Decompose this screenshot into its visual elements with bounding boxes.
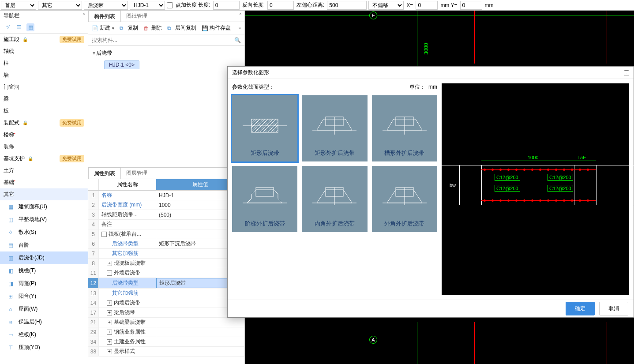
shape-tile[interactable]: 矩形后浇带 [232, 95, 297, 161]
nav-sub-item[interactable]: ◊散水(S) [0, 226, 88, 239]
shape-tile[interactable]: 阶梯外扩后浇带 [232, 166, 297, 232]
nav-item[interactable]: 柱 [0, 57, 88, 69]
ok-button[interactable]: 确定 [566, 302, 595, 315]
nav-item[interactable]: 板 [0, 105, 88, 117]
nav-sub-item[interactable]: ▤台阶 [0, 239, 88, 251]
length-input[interactable] [213, 1, 240, 10]
add-icon[interactable]: ⁺⁄ [4, 23, 11, 31]
list-icon[interactable]: ☰ [15, 23, 23, 31]
nav-item[interactable]: 基坑支护 🔒免费试用 [0, 153, 88, 165]
sub-item-icon: ▦ [7, 203, 14, 210]
search-input[interactable] [92, 37, 232, 43]
tab-drawing-mgmt[interactable]: 图纸管理 [121, 11, 153, 22]
prop-row[interactable]: 11−外墙后浇带 [88, 268, 244, 278]
component-select[interactable]: 后浇带 [84, 1, 128, 10]
prop-header: 属性名称 属性值 [88, 179, 244, 191]
nav-sub-item[interactable]: ▥后浇带(JD) [0, 251, 88, 264]
search-icon[interactable]: 🔍 [234, 37, 241, 43]
prop-row[interactable]: 13其它加强筋 [88, 289, 244, 298]
prop-row[interactable]: 1名称HJD-1 [88, 191, 244, 200]
dialog-footer: 确定 取消 [228, 300, 634, 317]
nav-sub-item[interactable]: ▦建筑面积(U) [0, 200, 88, 213]
prop-row[interactable]: 21+基础梁后浇带 [88, 318, 244, 327]
nav-item[interactable]: 梁 [0, 93, 88, 105]
prop-row[interactable]: 5−筏板(桩承台... [88, 229, 244, 239]
tree-leaf[interactable]: HJD-1 <0> [104, 60, 139, 69]
copy-button[interactable]: ⧉复制 [120, 24, 138, 32]
nav-sub-item[interactable]: ▭栏板(K) [0, 328, 88, 341]
layer-copy-button[interactable]: ⧉层间复制 [167, 24, 196, 32]
nav-sub-item[interactable]: ⊤压顶(YD) [0, 341, 88, 354]
sub-item-icon: ▥ [7, 255, 14, 262]
prop-row[interactable]: 3轴线距后浇带...(500) [88, 210, 244, 220]
nav-item[interactable]: 其它 [0, 188, 88, 200]
tab-layer-mgmt[interactable]: 图层管理 [121, 168, 153, 179]
offset-mode-select[interactable]: 不偏移 [368, 1, 404, 10]
prop-row[interactable]: 8+现浇板后浇带 [88, 259, 244, 268]
nav-tools: ⁺⁄ ☰ ▦ [0, 21, 88, 34]
shape-dialog: 选择参数化图形 □ 参数化截面类型： 单位： mm 矩形后浇带矩形外扩后浇带槽形… [227, 66, 634, 318]
section-type-label: 参数化截面类型： [232, 83, 274, 91]
nav-item[interactable]: 墙 [0, 69, 88, 81]
prop-row[interactable]: 29+钢筋业务属性 [88, 327, 244, 337]
nav-item[interactable]: 土方 [0, 165, 88, 176]
nav-sub-item[interactable]: ⊞阳台(Y) [0, 290, 88, 303]
prop-row[interactable]: 38+显示样式 [88, 347, 244, 356]
sub-item-icon: ≋ [7, 319, 14, 326]
reverse-label: 反向长度: [241, 1, 266, 9]
new-button[interactable]: 📄新建▾ [92, 24, 114, 32]
sub-item-icon: ⌂ [7, 306, 14, 313]
instance-select[interactable]: HJD-1 [130, 1, 165, 10]
shape-tile[interactable]: 内角外扩后浇带 [302, 166, 367, 232]
nav-item[interactable]: 装修 [0, 141, 88, 153]
property-table: 属性名称 属性值 1名称HJD-12后浇带宽度 (mm)10003轴线距后浇带.… [88, 179, 244, 364]
grid-icon[interactable]: ▦ [26, 23, 34, 31]
comp-toolbar: 📄新建▾ ⧉复制 🗑删除 ⧉层间复制 💾构件存盘 » [88, 22, 244, 34]
prop-row[interactable]: 4备注 [88, 220, 244, 229]
tab-property-list[interactable]: 属性列表 [88, 168, 121, 179]
shape-tile[interactable]: 外角外扩后浇带 [372, 166, 437, 232]
x-input[interactable] [416, 1, 438, 10]
nav-sub-item[interactable]: ⌂屋面(W) [0, 303, 88, 315]
nav-item[interactable]: 基础• [0, 176, 88, 188]
top-toolbar: 首层 其它 后浇带 HJD-1 点加长度 长度: 反向长度: 左偏心距离: 不偏… [0, 0, 634, 11]
prop-row[interactable]: 2后浇带宽度 (mm)1000 [88, 200, 244, 210]
preview-lae: LaE [578, 155, 586, 160]
nav-item[interactable]: 门窗洞 [0, 81, 88, 93]
prop-row[interactable]: 14+内墙后浇带 [88, 298, 244, 308]
sub-item-icon: ◫ [7, 216, 14, 223]
prop-row[interactable]: 7其它加强筋 [88, 249, 244, 259]
shape-tile[interactable]: 矩形外扩后浇带 [302, 95, 367, 161]
prop-row[interactable]: 6后浇带类型矩形下沉后浇带 [88, 239, 244, 249]
floor-select[interactable]: 首层 [1, 1, 36, 10]
nav-sub-item[interactable]: ◨雨蓬(P) [0, 277, 88, 290]
nav-sub-item[interactable]: ◫平整场地(V) [0, 213, 88, 226]
y-input[interactable] [460, 1, 482, 10]
reverse-input[interactable] [267, 1, 294, 10]
dialog-close-icon[interactable]: □ [624, 70, 629, 75]
nav-close-icon[interactable]: × [81, 11, 87, 18]
delete-button[interactable]: 🗑删除 [143, 24, 162, 32]
prop-row[interactable]: 34+土建业务属性 [88, 337, 244, 347]
cancel-button[interactable]: 取消 [599, 302, 628, 315]
nav-sub-item[interactable]: ◧挑檐(T) [0, 264, 88, 277]
sub-item-icon: ◊ [7, 229, 14, 236]
preview-width-dim: 1000 [528, 155, 538, 160]
category-select[interactable]: 其它 [38, 1, 82, 10]
nav-item[interactable]: 装配式 🔒免费试用 [0, 117, 88, 129]
tab-component-list[interactable]: 构件列表 [88, 11, 121, 22]
save-button[interactable]: 💾构件存盘 [202, 24, 231, 32]
more-icon[interactable]: » [238, 26, 241, 30]
tree-root[interactable]: ▾后浇带 [92, 48, 241, 59]
comp-close-icon[interactable]: × [237, 11, 244, 18]
nav-item[interactable]: 施工段 🔒免费试用 [0, 34, 88, 45]
nav-item[interactable]: 楼梯• [0, 129, 88, 141]
dialog-titlebar: 选择参数化图形 □ [228, 67, 634, 79]
nav-sub-item[interactable]: ≋保温层(H) [0, 315, 88, 328]
prop-row[interactable]: 17+梁后浇带 [88, 308, 244, 318]
prop-row[interactable]: 12后浇带类型矩形后浇带⋯ [88, 278, 244, 289]
point-length-check[interactable] [167, 2, 173, 8]
left-offset-input[interactable] [327, 1, 367, 10]
nav-item[interactable]: 轴线 [0, 45, 88, 57]
shape-tile[interactable]: 槽形外扩后浇带 [372, 95, 437, 161]
